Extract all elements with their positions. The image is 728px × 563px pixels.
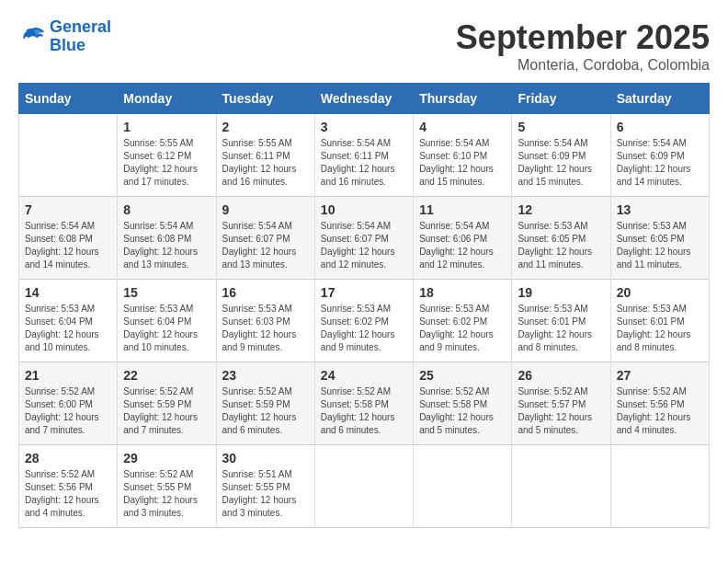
day-info: Sunrise: 5:54 AM Sunset: 6:07 PM Dayligh… <box>321 220 407 271</box>
page-header: General Blue September 2025 Monteria, Co… <box>18 18 710 74</box>
weekday-header-tuesday: Tuesday <box>216 84 314 114</box>
calendar-week-row: 28Sunrise: 5:52 AM Sunset: 5:56 PM Dayli… <box>19 445 710 528</box>
day-number: 13 <box>617 202 703 217</box>
day-number: 19 <box>518 285 604 300</box>
calendar-cell: 11Sunrise: 5:54 AM Sunset: 6:06 PM Dayli… <box>414 197 512 280</box>
month-title: September 2025 <box>456 18 710 57</box>
calendar-cell <box>610 445 709 528</box>
day-info: Sunrise: 5:52 AM Sunset: 5:56 PM Dayligh… <box>25 468 111 520</box>
day-number: 18 <box>419 285 506 300</box>
logo-bird-icon <box>18 23 46 51</box>
day-number: 24 <box>321 368 407 383</box>
day-number: 14 <box>25 285 111 300</box>
calendar-cell: 10Sunrise: 5:54 AM Sunset: 6:07 PM Dayli… <box>314 197 413 280</box>
day-number: 11 <box>419 202 506 217</box>
day-number: 20 <box>617 285 703 300</box>
calendar-cell: 1Sunrise: 5:55 AM Sunset: 6:12 PM Daylig… <box>118 114 216 197</box>
logo-blue: Blue <box>50 36 85 54</box>
day-number: 16 <box>222 285 309 300</box>
day-info: Sunrise: 5:54 AM Sunset: 6:08 PM Dayligh… <box>25 220 111 271</box>
day-info: Sunrise: 5:53 AM Sunset: 6:03 PM Dayligh… <box>222 303 309 354</box>
calendar-cell <box>512 445 610 528</box>
calendar-cell: 21Sunrise: 5:52 AM Sunset: 6:00 PM Dayli… <box>19 362 118 445</box>
calendar-cell: 9Sunrise: 5:54 AM Sunset: 6:07 PM Daylig… <box>216 197 314 280</box>
day-number: 4 <box>419 120 506 134</box>
day-info: Sunrise: 5:52 AM Sunset: 5:58 PM Dayligh… <box>419 385 506 437</box>
day-number: 9 <box>222 202 309 217</box>
logo: General Blue <box>18 18 111 55</box>
calendar-cell: 23Sunrise: 5:52 AM Sunset: 5:59 PM Dayli… <box>216 362 314 445</box>
calendar-cell: 2Sunrise: 5:55 AM Sunset: 6:11 PM Daylig… <box>216 114 314 197</box>
day-number: 1 <box>123 120 210 134</box>
calendar-body: 1Sunrise: 5:55 AM Sunset: 6:12 PM Daylig… <box>19 114 710 528</box>
calendar-week-row: 14Sunrise: 5:53 AM Sunset: 6:04 PM Dayli… <box>19 280 710 362</box>
day-number: 8 <box>123 202 210 217</box>
calendar-cell: 6Sunrise: 5:54 AM Sunset: 6:09 PM Daylig… <box>610 114 709 197</box>
calendar-cell: 30Sunrise: 5:51 AM Sunset: 5:55 PM Dayli… <box>216 445 314 528</box>
calendar-cell: 28Sunrise: 5:52 AM Sunset: 5:56 PM Dayli… <box>19 445 118 528</box>
day-number: 17 <box>321 285 407 300</box>
calendar-cell: 12Sunrise: 5:53 AM Sunset: 6:05 PM Dayli… <box>512 197 610 280</box>
calendar-cell: 29Sunrise: 5:52 AM Sunset: 5:55 PM Dayli… <box>118 445 216 528</box>
day-info: Sunrise: 5:53 AM Sunset: 6:04 PM Dayligh… <box>123 303 210 354</box>
day-info: Sunrise: 5:54 AM Sunset: 6:08 PM Dayligh… <box>123 220 210 271</box>
day-info: Sunrise: 5:54 AM Sunset: 6:07 PM Dayligh… <box>222 220 309 271</box>
calendar-cell: 18Sunrise: 5:53 AM Sunset: 6:02 PM Dayli… <box>414 280 512 362</box>
day-number: 2 <box>222 120 309 134</box>
calendar-cell: 24Sunrise: 5:52 AM Sunset: 5:58 PM Dayli… <box>314 362 413 445</box>
day-number: 29 <box>123 451 210 465</box>
day-number: 30 <box>222 451 309 465</box>
calendar-cell: 14Sunrise: 5:53 AM Sunset: 6:04 PM Dayli… <box>19 280 118 362</box>
day-info: Sunrise: 5:52 AM Sunset: 5:58 PM Dayligh… <box>321 385 407 437</box>
calendar-week-row: 7Sunrise: 5:54 AM Sunset: 6:08 PM Daylig… <box>19 197 710 280</box>
day-info: Sunrise: 5:53 AM Sunset: 6:01 PM Dayligh… <box>617 303 703 354</box>
day-info: Sunrise: 5:52 AM Sunset: 5:59 PM Dayligh… <box>123 385 210 437</box>
calendar-cell: 13Sunrise: 5:53 AM Sunset: 6:05 PM Dayli… <box>610 197 709 280</box>
calendar-cell: 3Sunrise: 5:54 AM Sunset: 6:11 PM Daylig… <box>314 114 413 197</box>
calendar-cell: 7Sunrise: 5:54 AM Sunset: 6:08 PM Daylig… <box>19 197 118 280</box>
day-number: 10 <box>321 202 407 217</box>
weekday-header-saturday: Saturday <box>610 84 709 114</box>
day-info: Sunrise: 5:55 AM Sunset: 6:11 PM Dayligh… <box>222 137 309 189</box>
day-info: Sunrise: 5:53 AM Sunset: 6:05 PM Dayligh… <box>617 220 703 271</box>
day-number: 7 <box>25 202 111 217</box>
day-number: 15 <box>123 285 210 300</box>
day-number: 3 <box>321 120 407 134</box>
calendar-cell <box>414 445 512 528</box>
logo-text: General Blue <box>50 18 111 55</box>
weekday-header-row: SundayMondayTuesdayWednesdayThursdayFrid… <box>19 84 710 114</box>
calendar-cell: 5Sunrise: 5:54 AM Sunset: 6:09 PM Daylig… <box>512 114 610 197</box>
day-number: 26 <box>518 368 604 383</box>
day-info: Sunrise: 5:52 AM Sunset: 5:55 PM Dayligh… <box>123 468 210 520</box>
day-number: 12 <box>518 202 604 217</box>
day-info: Sunrise: 5:52 AM Sunset: 5:57 PM Dayligh… <box>518 385 604 437</box>
weekday-header-thursday: Thursday <box>414 84 512 114</box>
day-info: Sunrise: 5:54 AM Sunset: 6:09 PM Dayligh… <box>617 137 703 189</box>
calendar-cell: 25Sunrise: 5:52 AM Sunset: 5:58 PM Dayli… <box>414 362 512 445</box>
day-info: Sunrise: 5:54 AM Sunset: 6:06 PM Dayligh… <box>419 220 506 271</box>
calendar-cell: 26Sunrise: 5:52 AM Sunset: 5:57 PM Dayli… <box>512 362 610 445</box>
day-info: Sunrise: 5:52 AM Sunset: 5:59 PM Dayligh… <box>222 385 309 437</box>
calendar-week-row: 1Sunrise: 5:55 AM Sunset: 6:12 PM Daylig… <box>19 114 710 197</box>
day-info: Sunrise: 5:54 AM Sunset: 6:09 PM Dayligh… <box>518 137 604 189</box>
day-info: Sunrise: 5:54 AM Sunset: 6:10 PM Dayligh… <box>419 137 506 189</box>
day-number: 25 <box>419 368 506 383</box>
calendar-cell: 4Sunrise: 5:54 AM Sunset: 6:10 PM Daylig… <box>414 114 512 197</box>
calendar-cell: 27Sunrise: 5:52 AM Sunset: 5:56 PM Dayli… <box>610 362 709 445</box>
calendar-cell: 8Sunrise: 5:54 AM Sunset: 6:08 PM Daylig… <box>118 197 216 280</box>
logo-general: General <box>50 17 111 36</box>
calendar-cell: 16Sunrise: 5:53 AM Sunset: 6:03 PM Dayli… <box>216 280 314 362</box>
day-info: Sunrise: 5:55 AM Sunset: 6:12 PM Dayligh… <box>123 137 210 189</box>
calendar-week-row: 21Sunrise: 5:52 AM Sunset: 6:00 PM Dayli… <box>19 362 710 445</box>
day-number: 23 <box>222 368 309 383</box>
calendar-cell: 20Sunrise: 5:53 AM Sunset: 6:01 PM Dayli… <box>610 280 709 362</box>
day-number: 6 <box>617 120 703 134</box>
calendar-cell: 19Sunrise: 5:53 AM Sunset: 6:01 PM Dayli… <box>512 280 610 362</box>
day-number: 22 <box>123 368 210 383</box>
calendar-header: SundayMondayTuesdayWednesdayThursdayFrid… <box>19 84 710 114</box>
day-info: Sunrise: 5:53 AM Sunset: 6:05 PM Dayligh… <box>518 220 604 271</box>
day-info: Sunrise: 5:53 AM Sunset: 6:04 PM Dayligh… <box>25 303 111 354</box>
day-info: Sunrise: 5:52 AM Sunset: 5:56 PM Dayligh… <box>617 385 703 437</box>
calendar-cell: 22Sunrise: 5:52 AM Sunset: 5:59 PM Dayli… <box>118 362 216 445</box>
weekday-header-sunday: Sunday <box>19 84 118 114</box>
